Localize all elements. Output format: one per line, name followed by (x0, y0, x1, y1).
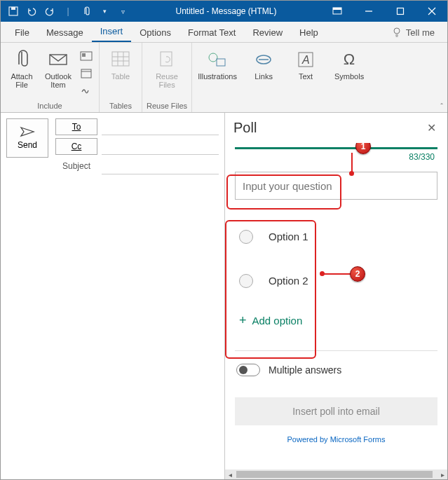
tell-me[interactable]: Tell me (385, 22, 442, 42)
option-label[interactable]: Option 1 (262, 226, 433, 247)
link-icon (252, 48, 275, 71)
svg-rect-13 (82, 53, 86, 57)
radio-icon[interactable] (239, 274, 253, 288)
poll-title: Poll (233, 120, 257, 136)
ribbon-display-icon[interactable] (321, 1, 353, 22)
radio-icon[interactable] (239, 230, 253, 244)
group-links-spacer (263, 100, 265, 112)
annotation-line-1 (351, 153, 353, 172)
annotation-dot-2 (320, 271, 325, 276)
links-label: Links (254, 72, 273, 81)
group-symbols-spacer (348, 100, 351, 112)
reuse-files-button[interactable]: Reuse Files (150, 46, 184, 89)
svg-rect-14 (81, 69, 91, 78)
group-links: Links (243, 43, 285, 112)
send-label: Send (18, 140, 37, 150)
links-button[interactable]: Links (247, 46, 280, 81)
scroll-left-icon[interactable]: ◂ (225, 471, 235, 479)
options-list: Option 1 Option 2 + Add option (235, 221, 437, 332)
envelope-icon (47, 48, 69, 71)
attach-file-button[interactable]: Attach File (5, 46, 39, 89)
reuse-files-label: Reuse Files (156, 72, 178, 89)
char-counter: 83/330 (235, 152, 437, 162)
close-icon[interactable] (416, 1, 447, 22)
symbols-label: Symbols (334, 72, 364, 81)
group-symbols: Ω Symbols (327, 43, 372, 112)
title-bar: | ▾ ▿ Untitled - Message (HTML) (1, 1, 447, 22)
calendar-icon[interactable] (78, 65, 95, 81)
tab-insert[interactable]: Insert (92, 22, 132, 42)
outlook-item-button[interactable]: Outlook Item (41, 46, 75, 89)
group-reuse-files: Reuse Files Reuse Files (142, 43, 192, 112)
horizontal-scrollbar[interactable]: ◂ ▸ (225, 469, 447, 479)
undo-icon[interactable] (23, 3, 40, 20)
qat-customize-icon[interactable]: ▿ (114, 3, 131, 20)
multiple-answers-label: Multiple answers (269, 364, 341, 376)
group-tables: Table Tables (100, 43, 142, 112)
illustrations-button[interactable]: Illustrations (196, 46, 238, 81)
tell-me-label: Tell me (406, 27, 435, 38)
option-row[interactable]: Option 2 (235, 265, 437, 296)
tab-message[interactable]: Message (38, 23, 92, 42)
window-controls (321, 1, 447, 22)
table-label: Table (111, 72, 130, 81)
illustrations-label: Illustrations (198, 72, 237, 81)
send-button[interactable]: Send (6, 118, 48, 158)
to-button[interactable]: To (55, 118, 97, 135)
svg-text:A: A (301, 54, 310, 66)
subject-label: Subject (55, 161, 97, 171)
text-icon: A (294, 48, 317, 71)
business-card-icon[interactable] (78, 48, 95, 64)
ribbon-tabs: File Message Insert Options Format Text … (1, 22, 447, 43)
attach-icon[interactable] (78, 3, 95, 20)
text-button[interactable]: A Text (289, 46, 323, 81)
scrollbar-thumb[interactable] (236, 471, 433, 478)
group-illustrations: Illustrations (192, 43, 243, 112)
scroll-right-icon[interactable]: ▸ (437, 471, 447, 479)
subject-field[interactable] (102, 158, 219, 174)
signature-icon[interactable] (78, 82, 95, 97)
tab-options[interactable]: Options (131, 23, 179, 42)
symbols-button[interactable]: Ω Symbols (331, 46, 367, 81)
to-field[interactable] (102, 118, 219, 135)
minimize-icon[interactable] (353, 1, 384, 22)
cc-button[interactable]: Cc (55, 138, 97, 155)
maximize-icon[interactable] (384, 1, 416, 22)
question-input[interactable] (235, 172, 437, 200)
window-title: Untitled - Message (HTML) (131, 6, 321, 16)
divider (235, 350, 437, 351)
ribbon: Attach File Outlook Item Include Table T… (1, 43, 447, 113)
option-row[interactable]: Option 1 (235, 221, 437, 252)
redo-icon[interactable] (41, 3, 58, 20)
group-text-spacer (305, 100, 307, 112)
multiple-answers-toggle[interactable] (236, 364, 260, 376)
table-icon (109, 48, 132, 71)
tab-file[interactable]: File (6, 23, 38, 42)
poll-pane: Poll ✕ 83/330 Option 1 Option 2 + (225, 113, 447, 479)
save-icon[interactable] (5, 3, 22, 20)
poll-header: Poll ✕ (225, 113, 447, 143)
qat-dropdown-icon[interactable]: ▾ (96, 3, 113, 20)
tab-help[interactable]: Help (291, 23, 327, 42)
insert-poll-button[interactable]: Insert poll into email (235, 397, 437, 425)
svg-rect-16 (112, 52, 129, 66)
tab-format-text[interactable]: Format Text (179, 23, 244, 42)
plus-icon: + (239, 313, 247, 328)
table-button[interactable]: Table (104, 46, 137, 81)
collapse-ribbon-icon[interactable]: ˆ (440, 102, 443, 111)
svg-rect-23 (217, 59, 225, 66)
group-tables-label: Tables (109, 100, 132, 112)
text-label: Text (299, 72, 313, 81)
svg-rect-5 (397, 8, 403, 15)
close-pane-icon[interactable]: ✕ (424, 118, 439, 137)
add-option-button[interactable]: + Add option (235, 309, 437, 332)
group-include-label: Include (37, 100, 62, 112)
content-area: Send To Cc Subject Poll (1, 113, 447, 479)
qat-separator: | (60, 3, 76, 20)
svg-rect-1 (11, 7, 15, 10)
powered-by-link[interactable]: Powered by Microsoft Forms (235, 435, 437, 444)
tab-review[interactable]: Review (244, 23, 291, 42)
group-include: Attach File Outlook Item Include (1, 43, 100, 112)
cc-field[interactable] (102, 138, 219, 155)
include-small-buttons (78, 46, 95, 97)
